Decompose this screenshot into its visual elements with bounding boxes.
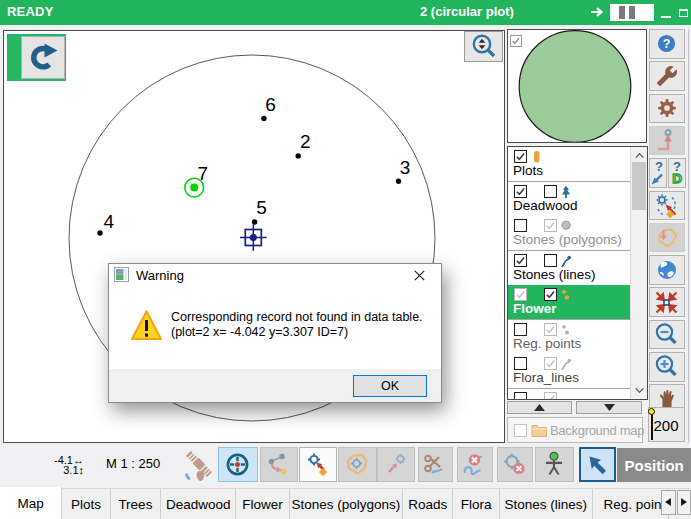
polygon-import-button[interactable] [649,223,686,253]
plot-preview-panel[interactable] [507,29,647,143]
layer-checkbox[interactable] [544,254,557,267]
arrow-target-icon [383,452,409,478]
point-dot [261,116,266,121]
slider-thumb[interactable] [648,408,655,415]
digitize-line-tool[interactable] [260,447,298,482]
layer-row-stones-polygons-[interactable]: Stones (polygons) [508,216,630,251]
layer-label: Flora_lines [513,370,579,385]
title-bar: READY 2 (circular plot) [0,0,691,25]
point-label: 2 [300,131,311,152]
layer-row-partial[interactable] [508,389,630,400]
scissors-icon [422,452,448,478]
map-point-6[interactable]: 6 [261,94,276,121]
tab-scroll-left-button[interactable] [661,490,677,515]
map-point-7[interactable]: 7 [185,163,208,198]
move-layer-down-button[interactable] [576,401,642,414]
wrench-icon [656,65,678,87]
tab-reg-points[interactable]: Reg. points [593,489,669,519]
layer-checkbox[interactable] [544,185,557,198]
select-tool[interactable] [579,447,617,482]
zoom-out-icon [654,322,679,347]
vertical-arrows-icon: ↕ [79,464,85,476]
move-point-tool[interactable] [377,447,415,482]
layer-checkbox[interactable] [514,288,527,301]
map-point-4[interactable]: 4 [97,211,114,236]
layer-list-scrollbar[interactable] [630,147,647,399]
scroll-down-icon[interactable] [631,382,647,399]
layer-checkbox[interactable] [514,392,527,400]
preview-checkbox[interactable] [510,35,522,47]
refresh-map-button[interactable] [7,34,66,81]
layer-checkbox[interactable] [544,219,557,232]
background-map-row[interactable]: Background map [507,417,643,443]
zoom-out-button[interactable] [649,320,686,350]
layer-row-flower[interactable]: Flower [508,285,630,320]
help-nav-button[interactable]: ? [649,158,667,188]
zoom-selected-button[interactable] [649,287,686,317]
layer-row-flora-lines[interactable]: Flora_lines [508,354,630,389]
svg-text:D: D [672,171,682,185]
layer-checkbox[interactable] [514,323,527,336]
background-map-checkbox[interactable] [514,424,527,437]
digitize-point-tool[interactable] [299,447,338,482]
layer-list[interactable]: PlotsDeadwoodStones (polygons)Stones (li… [507,146,648,400]
tools-button[interactable] [649,61,686,91]
pause-button[interactable] [610,4,654,21]
person-tool[interactable] [535,447,574,482]
tab-roads[interactable]: Roads [403,489,453,519]
zoom-in-button[interactable] [649,352,686,382]
move-layer-up-button[interactable] [507,401,572,414]
tab-plots[interactable]: Plots [62,489,110,519]
gps-update-button[interactable] [649,191,686,221]
restore-button[interactable] [679,9,688,17]
folder-icon [531,423,548,438]
position-mode-button[interactable]: Position [617,448,691,482]
coord-y-value: 3.1 [63,464,78,476]
minimize-button[interactable] [661,16,671,18]
tab-stones-polygons-[interactable]: Stones (polygons) [290,489,403,519]
tab-deadwood[interactable]: Deadwood [161,489,236,519]
layer-row-deadwood[interactable]: Deadwood [508,182,630,217]
zoom-scale-button[interactable] [464,31,503,62]
tab-flora[interactable]: Flora [453,489,500,519]
next-arrow-icon[interactable] [590,6,604,18]
tab-flower[interactable]: Flower [236,489,289,519]
question-d-icon: ? D [669,161,685,185]
map-point-2[interactable]: 2 [296,131,311,158]
tab-stones-lines-[interactable]: Stones (lines) [500,489,593,519]
delete-point-tool[interactable] [497,447,533,482]
layer-checkbox[interactable] [514,185,527,198]
layer-label: Reg. points [513,336,581,351]
stones-poly-layer-icon [560,219,572,233]
map-point-5[interactable]: 5 [252,197,267,224]
world-extent-button[interactable] [649,255,686,285]
goto-start-button[interactable] [649,126,686,156]
layer-row-stones-lines-[interactable]: Stones (lines) [508,251,630,286]
cut-line-tool[interactable] [418,447,453,482]
layer-checkbox[interactable] [514,150,527,163]
satellite-icon [183,448,215,482]
map-point-3[interactable]: 3 [396,157,410,184]
settings-button[interactable] [649,94,686,124]
help-data-button[interactable]: ? D [668,158,686,188]
layer-checkbox[interactable] [514,357,527,370]
layer-checkbox[interactable] [544,392,557,400]
delete-line-tool[interactable] [457,447,493,482]
digitize-polygon-tool[interactable] [338,447,377,482]
tab-trees[interactable]: Trees [111,489,162,519]
scrollbar-thumb[interactable] [632,162,646,210]
tab-scroll-right-button[interactable] [677,490,691,515]
layer-checkbox[interactable] [544,288,557,301]
layer-checkbox[interactable] [514,254,527,267]
layer-checkbox[interactable] [544,357,557,370]
layer-row-plots[interactable]: Plots [508,147,630,182]
layer-checkbox[interactable] [514,219,527,232]
tab-map[interactable]: Map [0,487,62,519]
layer-checkbox[interactable] [544,323,557,336]
layer-row-reg-points[interactable]: Reg. points [508,320,630,355]
dialog-close-button[interactable] [409,266,429,285]
ok-button[interactable]: OK [353,375,427,397]
gps-position-tool[interactable] [218,447,258,482]
refresh-icon [21,36,65,79]
help-button[interactable]: ? [649,29,686,59]
